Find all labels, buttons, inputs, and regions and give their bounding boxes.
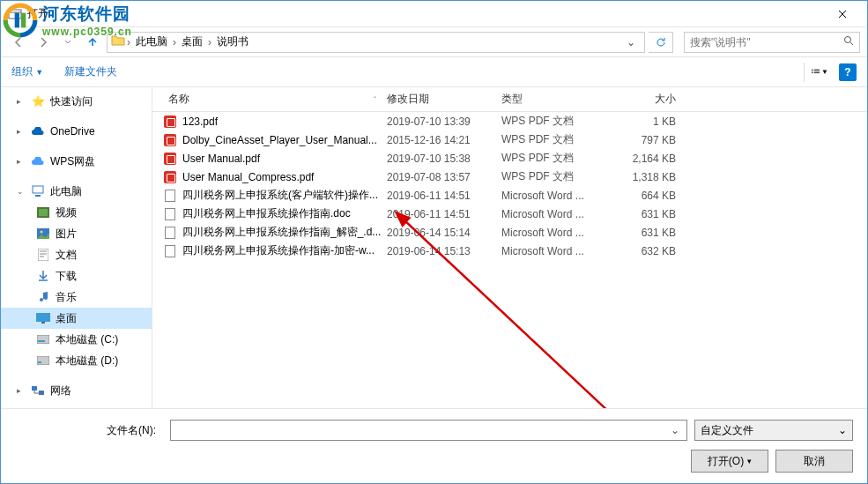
file-row[interactable]: 四川税务网上申报系统操作指南_解密_.d...2019-06-14 15:14M… (152, 223, 867, 242)
toolbar: 组织 ▼ 新建文件夹 ▼ ? (1, 57, 867, 87)
chevron-down-icon (63, 38, 72, 47)
file-date: 2019-07-08 13:57 (382, 171, 496, 183)
music-icon (36, 290, 50, 304)
file-type: WPS PDF 文档 (496, 132, 611, 147)
close-icon (838, 10, 847, 19)
crumb-desktop[interactable]: 桌面 (178, 34, 206, 49)
svg-rect-16 (41, 322, 45, 324)
back-button[interactable] (8, 32, 29, 53)
filename-combo[interactable]: ⌄ (170, 420, 687, 441)
tree-thispc[interactable]: ⌄此电脑 (1, 181, 152, 202)
tree-quick-access[interactable]: ▸⭐快速访问 (1, 91, 152, 112)
file-list-area: 名称ˆ 修改日期 类型 大小 123.pdf2019-07-10 13:39WP… (152, 87, 867, 408)
svg-rect-4 (812, 69, 813, 71)
column-headers: 名称ˆ 修改日期 类型 大小 (152, 87, 867, 112)
tree-disk-c[interactable]: 本地磁盘 (C:) (1, 329, 152, 350)
file-row[interactable]: 123.pdf2019-07-10 13:39WPS PDF 文档1 KB (152, 112, 867, 130)
header-date[interactable]: 修改日期 (382, 92, 496, 107)
folder-icon (111, 34, 125, 50)
desktop-icon (36, 311, 50, 325)
file-date: 2019-06-11 14:51 (382, 190, 496, 202)
file-type: Microsoft Word ... (496, 208, 611, 220)
chevron-down-icon[interactable]: ⌄ (667, 424, 683, 436)
crumb-thispc[interactable]: 此电脑 (132, 34, 171, 49)
svg-rect-20 (38, 361, 41, 363)
file-row[interactable]: 四川税务网上申报系统(客户端软件)操作...2019-06-11 14:51Mi… (152, 186, 867, 205)
tree-network[interactable]: ▸网络 (1, 380, 152, 401)
up-button[interactable] (82, 32, 103, 53)
tree-desktop[interactable]: 桌面 (1, 308, 152, 329)
file-name: User Manual_Compress.pdf (182, 171, 382, 183)
file-type: WPS PDF 文档 (496, 151, 611, 166)
view-mode-button[interactable]: ▼ (804, 63, 828, 82)
file-type: WPS PDF 文档 (496, 114, 611, 129)
crumb-folder[interactable]: 说明书 (213, 34, 252, 49)
forward-button[interactable] (33, 32, 54, 53)
file-row[interactable]: 四川税务网上申报系统操作指南.doc2019-06-11 14:51Micros… (152, 205, 867, 223)
svg-rect-14 (38, 249, 48, 261)
close-button[interactable] (825, 2, 860, 26)
arrow-right-icon (37, 36, 49, 48)
nav-tree: ▸⭐快速访问 ▸OneDrive ▸WPS网盘 ⌄此电脑 视频 图片 文档 下载… (1, 87, 152, 408)
file-type: WPS PDF 文档 (496, 169, 611, 184)
file-list[interactable]: 123.pdf2019-07-10 13:39WPS PDF 文档1 KBDol… (152, 112, 867, 408)
header-size[interactable]: 大小 (611, 92, 681, 107)
header-type[interactable]: 类型 (496, 92, 611, 107)
doc-icon (163, 244, 177, 258)
svg-rect-15 (36, 313, 50, 322)
pdf-icon (163, 152, 177, 166)
nav-bar: › 此电脑 › 桌面 › 说明书 ⌄ (1, 27, 867, 57)
split-chevron-icon[interactable]: ▾ (747, 457, 752, 465)
file-row[interactable]: User Manual_Compress.pdf2019-07-08 13:57… (152, 168, 867, 186)
tree-disk-d[interactable]: 本地磁盘 (D:) (1, 350, 152, 371)
open-button[interactable]: 打开(O)▾ (691, 450, 768, 473)
tree-pictures[interactable]: 图片 (1, 223, 152, 244)
file-row[interactable]: User Manual.pdf2019-07-10 15:38WPS PDF 文… (152, 149, 867, 168)
doc-icon (163, 226, 177, 240)
chevron-right-icon: › (208, 36, 211, 48)
file-type: Microsoft Word ... (496, 190, 611, 202)
app-icon (8, 7, 22, 21)
breadcrumb[interactable]: › 此电脑 › 桌面 › 说明书 ⌄ (107, 32, 645, 53)
chevron-down-icon: ▼ (821, 68, 828, 76)
file-row[interactable]: 四川税务网上申报系统操作指南-加密-w...2019-06-14 15:13Mi… (152, 242, 867, 260)
organize-menu[interactable]: 组织 ▼ (11, 64, 43, 79)
tree-videos[interactable]: 视频 (1, 202, 152, 223)
tree-downloads[interactable]: 下载 (1, 265, 152, 287)
file-name: 四川税务网上申报系统操作指南_解密_.d... (182, 225, 382, 240)
svg-rect-9 (35, 195, 41, 197)
chevron-down-icon[interactable]: ⌄ (17, 187, 26, 196)
header-name[interactable]: 名称ˆ (163, 92, 382, 107)
tree-onedrive[interactable]: ▸OneDrive (1, 121, 152, 142)
tree-wps[interactable]: ▸WPS网盘 (1, 151, 152, 172)
svg-rect-21 (32, 386, 37, 391)
file-date: 2019-07-10 15:38 (382, 153, 496, 165)
window-title: 打开 (27, 6, 825, 21)
filename-label: 文件名(N): (15, 423, 163, 438)
new-folder-button[interactable]: 新建文件夹 (64, 64, 117, 79)
tree-documents[interactable]: 文档 (1, 244, 152, 265)
search-icon[interactable] (843, 35, 854, 48)
help-button[interactable]: ? (839, 63, 857, 81)
file-date: 2019-06-14 15:14 (382, 227, 496, 239)
breadcrumb-dropdown[interactable]: ⌄ (621, 36, 641, 48)
search-box[interactable] (684, 32, 860, 53)
recent-button[interactable] (57, 32, 78, 53)
search-input[interactable] (690, 36, 843, 48)
file-name: User Manual.pdf (182, 153, 382, 165)
refresh-button[interactable] (649, 32, 673, 53)
video-icon (36, 205, 50, 220)
file-name: Dolby_CineAsset_Player_User_Manual... (182, 134, 382, 146)
chevron-down-icon: ⌄ (838, 424, 847, 436)
pdf-icon (163, 170, 177, 184)
star-icon: ⭐ (31, 94, 45, 108)
file-name: 四川税务网上申报系统操作指南.doc (182, 206, 382, 221)
svg-point-3 (845, 37, 851, 43)
filename-input[interactable] (174, 424, 667, 436)
pdf-icon (163, 133, 177, 147)
file-row[interactable]: Dolby_CineAsset_Player_User_Manual...201… (152, 130, 867, 149)
tree-music[interactable]: 音乐 (1, 287, 152, 308)
file-type: Microsoft Word ... (496, 227, 611, 239)
cancel-button[interactable]: 取消 (775, 450, 853, 473)
file-type-filter[interactable]: 自定义文件 ⌄ (694, 420, 853, 441)
